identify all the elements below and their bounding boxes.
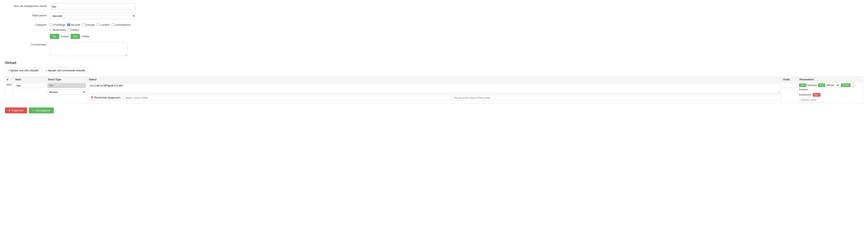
header-params: Paramètres <box>798 77 863 83</box>
commentaire-row: Commentaire <box>5 42 863 57</box>
cat-automatisme[interactable]: Automatisme <box>112 23 130 26</box>
visible-oui-btn[interactable]: Oui <box>71 34 80 39</box>
remove-btn[interactable]: ◯ <box>852 84 856 87</box>
section-title: Virtuel <box>5 61 863 65</box>
delete-btn[interactable]: ✕ Supprimer <box>5 107 27 113</box>
commentaire-control <box>50 42 135 57</box>
bottom-buttons: ✕ Supprimer ✓ Sauvegarder <box>5 107 863 113</box>
afficher-label: Afficher <box>826 84 834 87</box>
categorie-row: Catégorie Chauffage Sécurité Energie Lum… <box>5 22 863 39</box>
save-label: Sauvegarder <box>35 109 51 112</box>
inverser-row: Inverser <box>799 88 862 91</box>
categorie-control: Chauffage Sécurité Energie Lumière Autom… <box>50 22 135 39</box>
cat-lumiere[interactable]: Lumière <box>97 23 110 26</box>
cat-energie[interactable]: Energie <box>82 23 95 26</box>
historiser-label: Historiser <box>807 84 817 87</box>
cat-securite[interactable]: Sécurité <box>67 23 81 26</box>
cell-valeur: variable(#PapaEstLa#) 📅 Rechercher équip… <box>87 83 781 103</box>
evenement-label: Evènement <box>799 93 811 96</box>
cell-sous-type: Binaire Numérique Autre <box>46 83 87 103</box>
nom-label: Nom de l'équipement virtuel <box>5 3 50 7</box>
save-btn[interactable]: ✓ Sauvegarder <box>29 107 54 113</box>
header-num: # <box>5 77 14 83</box>
lifetime-row <box>799 97 862 102</box>
activer-label: Activer <box>60 34 70 39</box>
lifetime-input[interactable] <box>799 97 824 102</box>
action-buttons: + Ajouter une info virtuelle + Ajouter u… <box>5 67 863 73</box>
table-row: 4307 Binaire Numérique Autre <box>5 83 863 103</box>
param-oui-btn[interactable]: Oui <box>799 84 806 87</box>
nom-input[interactable] <box>50 3 135 10</box>
calendar-icon: 📅 <box>91 96 94 99</box>
params-top-row: Oui Historiser Oui Afficher ⇄ Tester ◯ <box>799 83 862 87</box>
delete-icon: ✕ <box>8 109 10 112</box>
evenement-row: Evènement Non <box>799 93 862 97</box>
categorie-label: Catégorie <box>5 22 50 26</box>
virtual-table: # Nom Sous-Type Valeur Unité Paramètres … <box>5 76 863 103</box>
duree-retour-input[interactable] <box>453 95 780 101</box>
valeur-retour-input[interactable] <box>124 95 451 101</box>
add-info-label: Ajouter une info virtuelle <box>10 69 38 72</box>
objet-row: Objet parent Sécurité <box>5 13 863 19</box>
nom-control <box>50 3 135 10</box>
valeur-extra-row: 📅 Rechercher équipement <box>88 95 780 101</box>
add-commande-label: Ajouter une commande virtuelle <box>48 69 85 72</box>
header-unite: Unité <box>781 77 798 83</box>
commentaire-label: Commentaire <box>5 42 50 46</box>
header-valeur: Valeur <box>87 77 781 83</box>
nom-row: Nom de l'équipement virtuel <box>5 3 863 10</box>
sous-type-text <box>48 83 86 88</box>
valeur-textarea[interactable]: variable(#PapaEstLa#) <box>88 83 780 93</box>
cell-nom <box>13 83 46 103</box>
save-icon: ✓ <box>32 109 34 112</box>
objet-control: Sécurité <box>50 13 135 19</box>
header-sous-type: Sous-Type <box>46 77 87 83</box>
tester-btn[interactable]: Tester <box>841 84 851 87</box>
inverser-label: Inverser <box>799 88 808 91</box>
cat-multimedia[interactable]: Multimedia <box>50 28 66 31</box>
row-num: 4307 <box>6 83 12 86</box>
param-icon-btn1[interactable]: ⇄ <box>835 83 840 87</box>
cat-chauffage[interactable]: Chauffage <box>50 23 65 26</box>
objet-select[interactable]: Sécurité <box>50 13 135 19</box>
delete-label: Supprimer <box>11 109 24 112</box>
objet-label: Objet parent <box>5 13 50 17</box>
commentaire-textarea[interactable] <box>50 42 127 56</box>
header-nom: Nom <box>13 77 46 83</box>
nom-row-input[interactable] <box>15 83 45 88</box>
plus-icon-commande: + <box>45 69 47 72</box>
evenement-non-btn[interactable]: Non <box>813 93 820 97</box>
unite-input[interactable] <box>783 83 796 88</box>
cell-params: Oui Historiser Oui Afficher ⇄ Tester ◯ I… <box>798 83 863 103</box>
visible-label: Visible <box>81 34 90 39</box>
cell-num: 4307 <box>5 83 14 103</box>
param-oui2-btn[interactable]: Oui <box>818 84 825 87</box>
activer-oui-btn[interactable]: Oui <box>50 34 59 39</box>
table-header: # Nom Sous-Type Valeur Unité Paramètres <box>5 77 863 83</box>
activer-group: Oui Activer Oui Visible <box>50 33 135 39</box>
rechercher-btn[interactable]: 📅 Rechercher équipement <box>88 95 123 101</box>
add-commande-btn[interactable]: + Ajouter une commande virtuelle <box>43 67 88 73</box>
plus-icon-info: + <box>7 69 9 72</box>
sous-type-select[interactable]: Binaire Numérique Autre <box>48 90 86 95</box>
table-body: 4307 Binaire Numérique Autre <box>5 83 863 103</box>
add-info-btn[interactable]: + Ajouter une info virtuelle <box>5 67 41 73</box>
categorie-checkboxes: Chauffage Sécurité Energie Lumière Autom… <box>50 22 135 31</box>
cat-defaut[interactable]: Defaut <box>68 28 79 31</box>
cell-unite <box>781 83 798 103</box>
